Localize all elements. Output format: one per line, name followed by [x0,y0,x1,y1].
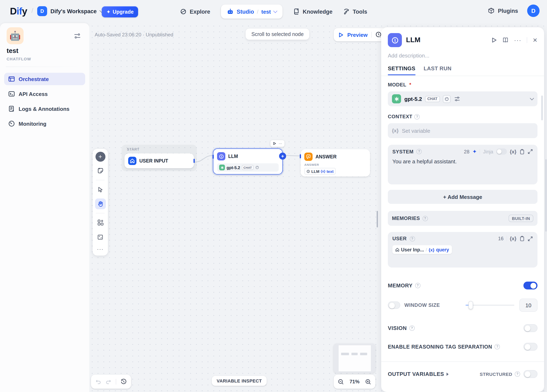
system-prompt-text[interactable]: You are a helpful assistant. [392,158,533,165]
answer-node-header: ANSWER [301,149,370,161]
help-icon[interactable]: ? [495,344,500,349]
help-icon[interactable]: ? [423,216,428,221]
nav-tools[interactable]: Tools [343,8,367,15]
tab-settings[interactable]: SETTINGS [388,65,415,72]
user-avatar[interactable]: D [527,5,540,17]
sidebar-item-monitoring[interactable]: Monitoring [4,117,85,130]
undo-icon[interactable] [95,378,101,385]
help-icon[interactable]: ? [409,325,415,331]
sidebar-item-api-access[interactable]: API Access [4,88,85,100]
help-icon[interactable]: ? [515,371,520,377]
nav-plugins[interactable]: Plugins [488,7,518,14]
llm-node-icon [217,152,225,160]
redo-icon[interactable] [105,378,112,385]
view-history-icon[interactable] [120,378,127,385]
organize-nodes-button[interactable] [95,217,106,228]
expand-icon[interactable] [527,149,533,154]
organize-grid-icon [97,219,103,226]
answer-node-title: ANSWER [315,154,336,159]
answer-variable-chip[interactable]: LLM {x}text [304,168,336,174]
dify-logo[interactable]: Dify [10,6,27,17]
generate-prompt-icon[interactable]: ✦ [472,148,477,155]
app-type-label: CHATFLOW [7,57,31,61]
zoom-out-icon[interactable] [338,378,344,385]
output-port[interactable] [193,159,195,163]
llm-node[interactable]: LLM gpt-5.2 CHAT + [213,148,283,174]
app-icon[interactable]: 🤖 [7,27,24,44]
openai-logo-icon [219,165,225,170]
copy-icon[interactable] [519,149,525,154]
caret-right-icon[interactable] [446,372,449,376]
window-size-label: WINDOW SIZE [404,302,440,308]
close-panel-icon[interactable]: ✕ [533,37,538,43]
app-name: test [7,47,18,55]
model-params-sliders-icon[interactable] [454,96,460,102]
upgrade-button[interactable]: ✦ Upgrade [102,6,138,17]
workspace-selector[interactable]: D Dify's Workspace [37,6,103,16]
window-size-toggle[interactable] [388,302,400,309]
insert-variable-icon[interactable]: {x} [510,149,516,154]
structured-toggle[interactable] [523,370,538,378]
canvas-scrollbar[interactable] [377,211,378,227]
reasoning-toggle[interactable] [523,343,538,351]
answer-node[interactable]: ANSWER ANSWER LLM {x}text [301,149,370,177]
hand-mode-button[interactable] [95,199,106,209]
window-size-slider[interactable] [465,305,514,306]
preview-button[interactable]: Preview [347,32,368,38]
insert-variable-icon[interactable]: {x} [510,236,516,241]
context-variable-input[interactable]: {x} Set variable [388,123,538,138]
explore-globe-icon [180,8,186,15]
expand-icon[interactable] [527,236,533,241]
add-next-node-button[interactable]: + [279,153,286,160]
input-port[interactable] [212,155,213,159]
add-node-button[interactable]: + [95,152,105,162]
panel-scrollbar[interactable] [541,96,543,120]
play-icon [338,32,344,37]
memory-toggle[interactable] [523,282,538,289]
sidebar-item-orchestrate[interactable]: Orchestrate [4,73,85,85]
zoom-in-icon[interactable] [365,378,371,385]
vision-toggle[interactable] [523,324,538,332]
sidebar-item-logs-annotations[interactable]: Logs & Annotations [4,103,85,115]
fit-view-button[interactable] [95,232,106,242]
jinja-toggle[interactable] [496,148,507,155]
description-placeholder[interactable]: Add description... [388,53,538,59]
user-input-node-title: USER INPUT [139,158,168,163]
nav-explore[interactable]: Explore [180,8,210,15]
model-magic-icon[interactable] [443,95,451,103]
start-node-group[interactable]: START USER INPUT [122,145,197,171]
help-icon[interactable]: ? [416,149,422,154]
system-prompt-card[interactable]: SYSTEM ? 28 ✦ Jinja {x} You are a helpfu… [388,145,538,185]
model-selector[interactable]: gpt-5.2 CHAT [388,91,538,106]
nav-studio[interactable]: Studio / test [221,5,283,19]
context-section-label: CONTEXT ? [388,114,538,119]
split-view-icon[interactable] [503,37,509,43]
window-scrollbar[interactable] [545,159,547,232]
main-nav: Explore Studio / test Knowledge Tools [180,5,367,19]
tab-last-run[interactable]: LAST RUN [424,65,451,72]
nav-knowledge[interactable]: Knowledge [293,8,332,15]
help-icon[interactable]: ? [415,114,420,119]
copy-icon[interactable] [519,236,525,241]
user-prompt-card[interactable]: USER ? 16 {x} User Inp... / {x}query [388,232,538,268]
add-message-button[interactable]: + Add Message [388,190,538,204]
pointer-mode-button[interactable] [95,184,106,195]
user-variable-chip[interactable]: User Inp... / {x}query [392,245,452,254]
run-this-step-icon[interactable] [491,37,497,43]
help-icon[interactable]: ? [410,236,415,241]
llm-node-header: LLM [213,149,282,160]
app-settings-sliders-icon[interactable] [74,32,81,40]
slider-thumb[interactable] [468,301,473,309]
more-tools-icon[interactable]: ··· [97,246,103,252]
input-port[interactable] [300,154,301,158]
zoom-level[interactable]: 71% [349,379,360,385]
canvas-minimap[interactable] [334,344,376,373]
window-size-value[interactable]: 10 [519,299,538,312]
llm-glyph-icon [219,154,224,159]
node-more-icon[interactable]: ··· [279,142,282,145]
user-input-node[interactable]: USER INPUT [124,153,194,168]
run-node-play-icon[interactable] [273,142,276,145]
add-note-button[interactable] [95,165,106,176]
help-icon[interactable]: ? [415,283,420,288]
variable-inspect-button[interactable]: VARIABLE INSPECT [212,376,267,386]
